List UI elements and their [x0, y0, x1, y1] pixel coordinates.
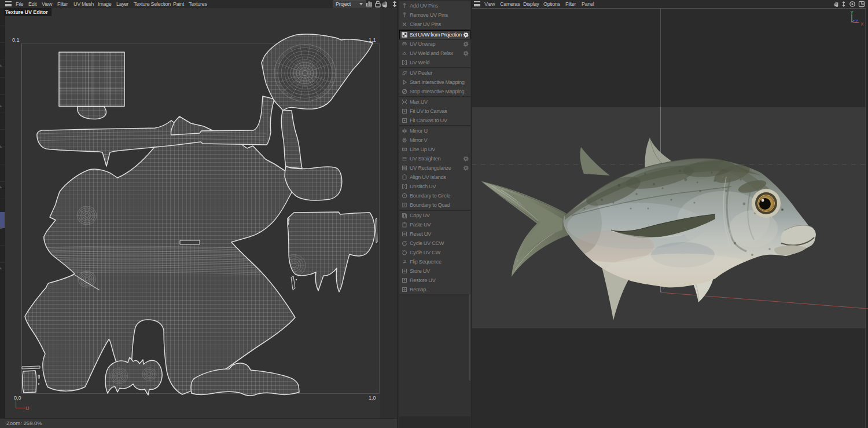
svg-text:U: U — [25, 405, 30, 411]
svg-text:1,0: 1,0 — [369, 395, 376, 401]
svg-text:X: X — [861, 22, 864, 26]
svg-text:0,0: 0,0 — [14, 395, 21, 401]
svg-text:0,1: 0,1 — [12, 37, 20, 43]
svg-text:Y: Y — [851, 10, 854, 15]
